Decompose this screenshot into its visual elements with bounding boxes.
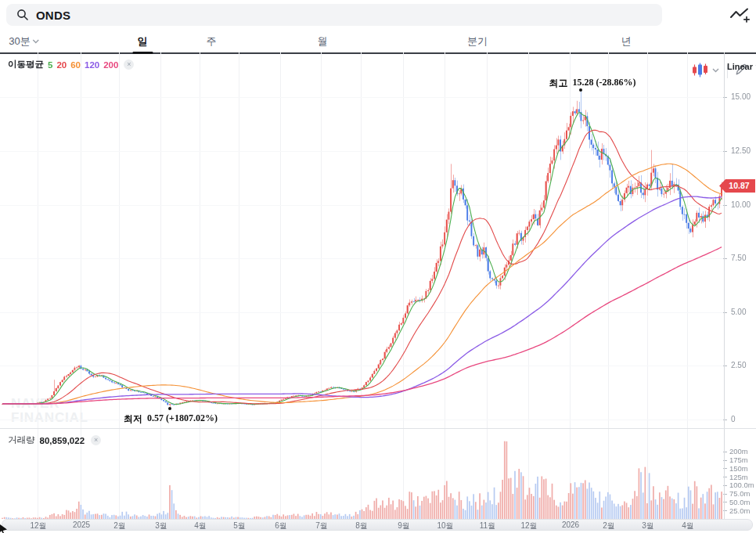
ma-period-20[interactable]: 20	[56, 60, 67, 70]
x-axis-label: 10월	[437, 520, 453, 531]
x-axis-label: 2026	[562, 520, 579, 529]
high-annotation-label: 최고	[549, 77, 568, 90]
high-annotation: 최고 15.28 (-28.86%)	[549, 77, 636, 90]
volume-legend: 거래량 80,859,022 ×	[8, 434, 101, 446]
volume-legend-title: 거래량	[8, 434, 35, 446]
x-axis-label: 2월	[603, 520, 615, 531]
x-axis-label: 8월	[355, 520, 368, 531]
timeline[interactable]: 12월20252월3월4월5월6월7월8월9월10월11월12월20262월3월…	[2, 519, 753, 531]
x-axis-label: 12월	[30, 520, 46, 531]
price-tick-label: 2.50	[731, 361, 746, 369]
x-axis-label: 5월	[233, 520, 246, 531]
x-axis-label: 6월	[275, 520, 287, 531]
ma-legend-title: 이동평균	[8, 59, 44, 70]
x-axis-label: 9월	[398, 520, 410, 531]
x-axis-label: 2월	[113, 520, 126, 531]
ma-legend-close-button[interactable]: ×	[124, 59, 134, 70]
ma-period-200[interactable]: 200	[103, 60, 118, 70]
ma-period-5[interactable]: 5	[48, 60, 52, 70]
price-tick-label: 10.00	[731, 200, 751, 209]
low-annotation-label: 최저	[124, 412, 142, 426]
high-marker-dot	[579, 88, 582, 92]
low-annotation-value: 0.57 (+1807.02%)	[147, 412, 218, 426]
price-tick-label: 0	[731, 415, 736, 423]
volume-tick-label: 100.0m	[729, 481, 754, 489]
volume-legend-value: 80,859,022	[40, 436, 85, 445]
volume-tick-label: 150m	[729, 464, 748, 473]
price-tick-label: 5.00	[731, 308, 746, 316]
volume-tick-label: 25.0m	[729, 506, 750, 515]
scale-selector[interactable]: Linear	[727, 62, 756, 71]
x-axis-label: 7월	[315, 520, 328, 531]
ma-periods: 52060120200	[48, 60, 118, 70]
x-axis-label: 11월	[480, 520, 495, 531]
ma-period-120[interactable]: 120	[85, 60, 99, 70]
chart-canvas[interactable]	[0, 0, 756, 533]
volume-tick-label: 125m	[729, 473, 748, 481]
low-marker-dot	[168, 407, 171, 410]
app: { "header": { "search": { "value": "ONDS…	[0, 0, 756, 533]
volume-tick-label: 200m	[729, 447, 748, 456]
x-axis-label: 4월	[682, 520, 694, 531]
volume-legend-close-button[interactable]: ×	[91, 435, 101, 445]
x-axis-label: 3월	[642, 520, 654, 531]
volume-tick-label: 75.0m	[729, 489, 750, 498]
ma-legend: 이동평균 52060120200 ×	[8, 59, 134, 70]
price-tick-label: 7.50	[731, 254, 746, 262]
volume-tick-label: 50.0m	[729, 498, 750, 506]
high-annotation-value: 15.28 (-28.86%)	[573, 77, 636, 90]
price-tick-label: 15.00	[731, 92, 751, 101]
price-tick-label: 12.50	[731, 146, 751, 155]
x-axis-label: 12월	[520, 520, 537, 531]
low-annotation: 최저 0.57 (+1807.02%)	[124, 412, 218, 426]
current-price-badge: 10.87	[719, 179, 755, 193]
x-axis-label: 2025	[73, 520, 90, 529]
x-axis-label: 4월	[194, 520, 207, 531]
x-axis-label: 3월	[155, 520, 167, 531]
volume-tick-label: 175m	[729, 456, 748, 464]
scale-selector-label: Linear	[727, 62, 753, 71]
ma-period-60[interactable]: 60	[70, 60, 81, 70]
